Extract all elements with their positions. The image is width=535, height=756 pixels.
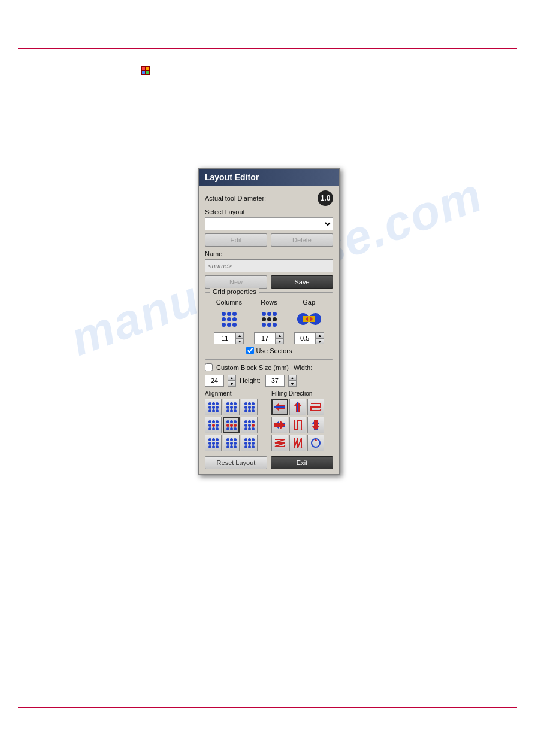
- use-sectors-label: Use Sectors: [256, 347, 292, 354]
- gap-input[interactable]: [294, 332, 316, 344]
- rows-spinner: ▲ ▼: [249, 332, 289, 344]
- width-spin-down[interactable]: ▼: [228, 381, 236, 387]
- align-top-center[interactable]: [223, 399, 240, 415]
- name-label: Name: [205, 250, 333, 257]
- dialog-body: Actual tool Diameter: 1.0 Select Layout …: [199, 186, 339, 474]
- alignment-label: Alignment: [205, 390, 267, 397]
- dialog-titlebar: Layout Editor: [199, 169, 339, 186]
- layout-editor-dialog: Layout Editor Actual tool Diameter: 1.0 …: [198, 168, 340, 475]
- name-input[interactable]: [205, 259, 333, 272]
- custom-block-label: Custom Block Size (mm): [216, 364, 289, 371]
- use-sectors-row: Use Sectors: [209, 347, 329, 354]
- select-layout-label: Select Layout: [205, 208, 333, 215]
- fill-dir-1[interactable]: [271, 399, 288, 415]
- svg-marker-21: [300, 447, 303, 448]
- align-bot-right[interactable]: [241, 435, 258, 451]
- svg-rect-1: [142, 67, 145, 70]
- gap-spin-down[interactable]: ▼: [316, 338, 324, 344]
- top-rule: [18, 48, 517, 49]
- rows-spin-up[interactable]: ▲: [276, 332, 284, 338]
- fill-dir-7[interactable]: [271, 435, 288, 451]
- alignment-section: Alignment: [205, 390, 267, 451]
- gap-spinner-buttons: ▲ ▼: [316, 332, 324, 344]
- columns-spin-up[interactable]: ▲: [235, 332, 244, 338]
- columns-label: Columns: [209, 299, 249, 306]
- svg-rect-7: [303, 316, 315, 322]
- version-badge: 1.0: [318, 190, 333, 206]
- align-bot-left[interactable]: [205, 435, 222, 451]
- filling-direction-grid: [271, 399, 333, 451]
- tool-diameter-row: Actual tool Diameter: 1.0: [205, 190, 333, 206]
- columns-spinner: ▲ ▼: [209, 332, 249, 344]
- align-mid-center[interactable]: [223, 417, 240, 433]
- height-spin-down[interactable]: ▼: [288, 381, 297, 387]
- new-button[interactable]: New: [205, 275, 267, 289]
- grid-properties-title: Grid properties: [210, 288, 259, 295]
- custom-block-checkbox[interactable]: [205, 363, 213, 371]
- fill-dir-9[interactable]: [307, 435, 324, 451]
- grid-icons-row: [209, 308, 329, 330]
- spinners-row: ▲ ▼ ▲ ▼ ▲ ▼: [209, 332, 329, 344]
- fill-dir-8[interactable]: [289, 435, 306, 451]
- height-label: Height:: [240, 377, 261, 384]
- grid-properties-group: Grid properties Columns Rows Gap: [205, 292, 333, 360]
- gap-spinner: ▲ ▼: [289, 332, 329, 344]
- rows-icon: [249, 312, 289, 327]
- custom-block-size-row: Custom Block Size (mm) Width: ▲ ▼ Height…: [205, 363, 333, 387]
- grid-col-labels: Columns Rows Gap: [209, 299, 329, 306]
- width-spin-up[interactable]: ▲: [228, 375, 236, 381]
- rows-label: Rows: [249, 299, 289, 306]
- gap-icon: [289, 308, 329, 330]
- edit-button[interactable]: Edit: [205, 233, 267, 247]
- filling-direction-section: Filling Direction: [271, 390, 333, 451]
- exit-button[interactable]: Exit: [271, 456, 333, 469]
- svg-marker-17: [300, 429, 303, 430]
- rows-spin-down[interactable]: ▼: [276, 338, 284, 344]
- dialog-title: Layout Editor: [205, 172, 259, 182]
- select-layout-dropdown[interactable]: [205, 217, 333, 230]
- bottom-btn-row: Reset Layout Exit: [205, 456, 333, 469]
- columns-spinner-buttons: ▲ ▼: [235, 332, 244, 344]
- gap-label: Gap: [289, 299, 329, 306]
- svg-marker-16: [274, 421, 285, 429]
- align-top-right[interactable]: [241, 399, 258, 415]
- save-button[interactable]: Save: [271, 275, 333, 289]
- height-input[interactable]: [265, 375, 285, 387]
- width-label: Width:: [294, 364, 312, 371]
- gap-spin-up[interactable]: ▲: [316, 332, 324, 338]
- height-spin-up[interactable]: ▲: [288, 375, 297, 381]
- align-top-left[interactable]: [205, 399, 222, 415]
- align-bot-center[interactable]: [223, 435, 240, 451]
- use-sectors-checkbox[interactable]: [246, 347, 254, 354]
- edit-delete-row: Edit Delete: [205, 233, 333, 247]
- app-icon: [141, 66, 150, 75]
- delete-button[interactable]: Delete: [271, 233, 333, 247]
- svg-rect-4: [146, 71, 149, 74]
- new-save-row: New Save: [205, 275, 333, 289]
- fill-dir-5[interactable]: [289, 417, 306, 433]
- tool-diameter-label: Actual tool Diameter:: [205, 195, 266, 202]
- filling-direction-label: Filling Direction: [271, 390, 333, 397]
- alignment-grid: [205, 399, 267, 451]
- rows-input[interactable]: [254, 332, 276, 344]
- alignment-filling-row: Alignment: [205, 390, 333, 451]
- align-mid-left[interactable]: [205, 417, 222, 433]
- fill-dir-3[interactable]: [307, 399, 324, 415]
- bottom-rule: [18, 707, 517, 708]
- align-mid-right[interactable]: [241, 417, 258, 433]
- svg-rect-2: [146, 67, 149, 70]
- reset-layout-button[interactable]: Reset Layout: [205, 456, 267, 469]
- columns-icon: [209, 312, 249, 327]
- fill-dir-2[interactable]: [289, 399, 306, 415]
- svg-marker-19: [312, 420, 320, 430]
- columns-input[interactable]: [214, 332, 235, 344]
- columns-spin-down[interactable]: ▼: [235, 338, 244, 344]
- width-input[interactable]: [205, 375, 224, 387]
- fill-dir-4[interactable]: [271, 417, 288, 433]
- rows-spinner-buttons: ▲ ▼: [276, 332, 284, 344]
- svg-rect-3: [142, 71, 145, 74]
- fill-dir-6[interactable]: [307, 417, 324, 433]
